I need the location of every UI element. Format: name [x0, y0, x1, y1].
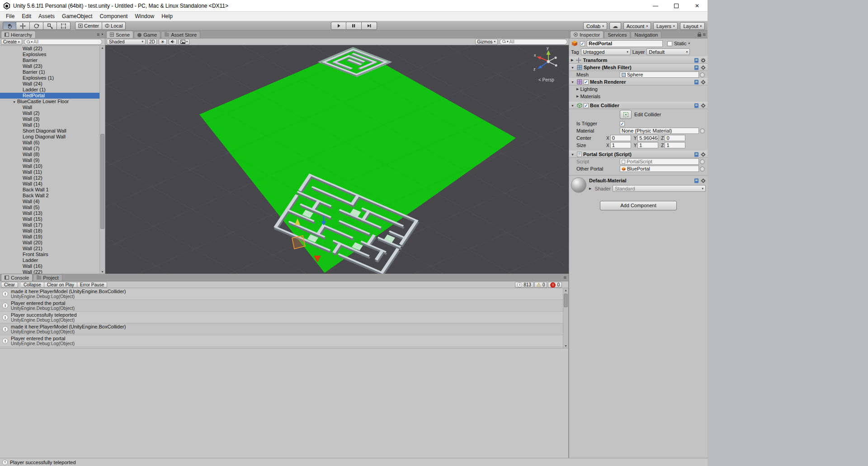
scroll-up-icon[interactable]: ▲	[564, 289, 567, 292]
physic-material-field[interactable]: None (Physic Material)	[620, 128, 699, 134]
hierarchy-item[interactable]: Back Wall 1	[0, 187, 105, 193]
log-entry[interactable]: !made it here:PlayerModel (UnityEngine.B…	[0, 323, 568, 335]
foldout-open-icon[interactable]: ▼	[13, 100, 16, 104]
shading-mode-dropdown[interactable]: Shaded▾	[107, 39, 146, 45]
hierarchy-item[interactable]: Wall	[0, 105, 105, 110]
error-count-badge[interactable]: !0	[548, 282, 562, 288]
menu-help[interactable]: Help	[158, 12, 176, 21]
help-doc-icon[interactable]	[694, 152, 699, 157]
lighting-toggle-button[interactable]: ☀	[159, 39, 167, 45]
scene-viewport[interactable]: y x z < Persp	[105, 45, 569, 274]
edit-collider-button[interactable]	[620, 110, 632, 119]
collapse-toggle[interactable]: Collapse	[21, 282, 44, 288]
chevron-down-icon[interactable]: ▾	[689, 42, 690, 45]
foldout-closed-icon[interactable]: ▶	[571, 58, 573, 62]
center-x-field[interactable]: 0	[610, 135, 631, 141]
hierarchy-item[interactable]: Wall (17)	[0, 222, 105, 228]
chevron-down-icon[interactable]: ▾	[101, 33, 103, 36]
hierarchy-item[interactable]: Wall (9)	[0, 157, 105, 163]
hierarchy-item[interactable]: Wall (21)	[0, 246, 105, 252]
lighting-foldout[interactable]: ▶Lighting	[569, 86, 708, 93]
audio-toggle-button[interactable]	[169, 39, 177, 45]
scrollbar-thumb[interactable]	[564, 294, 568, 307]
warning-count-badge[interactable]: ⚠0	[534, 282, 547, 288]
mesh-object-field[interactable]: Sphere	[620, 71, 699, 78]
selected-object-outline[interactable]	[292, 236, 305, 249]
hierarchy-item[interactable]: Short Diagonal Wall	[0, 128, 105, 134]
panel-menu-icon[interactable]: ≡	[564, 275, 566, 280]
hierarchy-item[interactable]: Wall (7)	[0, 146, 105, 152]
foldout-open-icon[interactable]: ▼	[571, 104, 574, 107]
hand-tool-button[interactable]	[3, 22, 16, 30]
layers-dropdown[interactable]: Layers▾	[653, 22, 678, 30]
help-doc-icon[interactable]	[694, 103, 699, 108]
object-picker-icon[interactable]	[700, 159, 705, 164]
play-button[interactable]	[331, 22, 346, 30]
foldout-open-icon[interactable]: ▼	[571, 153, 574, 156]
info-count-badge[interactable]: !813	[515, 282, 533, 288]
tab-hierarchy[interactable]: Hierarchy	[1, 31, 36, 38]
pivot-center-button[interactable]: Center	[75, 22, 102, 30]
hierarchy-item[interactable]: Barrier (1)	[0, 69, 105, 75]
hierarchy-item[interactable]: Wall (20)	[0, 240, 105, 246]
object-picker-icon[interactable]	[700, 72, 705, 77]
meshfilter-component-header[interactable]: ▼ Sphere (Mesh Filter)	[569, 64, 708, 71]
hierarchy-scrollbar[interactable]: ▲ ▼	[99, 46, 105, 274]
hierarchy-item[interactable]: Ladder (1)	[0, 87, 105, 93]
menu-window[interactable]: Window	[131, 12, 158, 21]
menu-edit[interactable]: Edit	[18, 12, 35, 21]
rect-tool-button[interactable]	[57, 22, 71, 30]
component-enabled-checkbox[interactable]: ✓	[584, 80, 589, 85]
hierarchy-item[interactable]: Wall (18)	[0, 228, 105, 234]
hierarchy-item[interactable]: Wall (3)	[0, 116, 105, 122]
maximize-button[interactable]	[666, 0, 687, 11]
pause-button[interactable]	[346, 22, 362, 30]
tab-inspector[interactable]: Inspector	[570, 31, 604, 38]
tab-console[interactable]: Console	[1, 274, 33, 281]
menu-file[interactable]: File	[2, 12, 18, 21]
layout-dropdown[interactable]: Layout▾	[680, 22, 705, 30]
object-name-field[interactable]: RedPortal	[587, 40, 663, 47]
status-bar[interactable]: ! Player successfully teleported	[0, 458, 708, 466]
scroll-up-icon[interactable]: ▲	[101, 46, 104, 49]
help-doc-icon[interactable]	[694, 58, 699, 63]
component-enabled-checkbox[interactable]: ✓	[584, 103, 589, 108]
hierarchy-item[interactable]: Ladder	[0, 257, 105, 263]
hierarchy-item[interactable]: Wall (19)	[0, 234, 105, 240]
help-doc-icon[interactable]	[694, 65, 699, 70]
center-y-field[interactable]: 5.960464e	[637, 135, 658, 141]
hierarchy-item[interactable]: Wall (6)	[0, 140, 105, 146]
hierarchy-item[interactable]: Barrier	[0, 57, 105, 63]
hierarchy-item[interactable]: Wall (12)	[0, 175, 105, 181]
gear-icon[interactable]	[701, 178, 706, 183]
size-z-field[interactable]: 1	[665, 142, 685, 148]
tab-project[interactable]: Project	[33, 274, 62, 281]
hierarchy-search-input[interactable]: ▾All	[24, 39, 102, 45]
hierarchy-item[interactable]: Wall (24)	[0, 81, 105, 87]
hierarchy-item[interactable]: Wall (8)	[0, 152, 105, 157]
hierarchy-item[interactable]: Wall (10)	[0, 163, 105, 169]
hierarchy-item[interactable]: Wall (4)	[0, 199, 105, 204]
scroll-down-icon[interactable]: ▼	[564, 344, 567, 347]
layer-dropdown[interactable]: Default▾	[646, 48, 690, 55]
object-picker-icon[interactable]	[700, 128, 705, 133]
foldout-open-icon[interactable]: ▼	[571, 66, 574, 69]
step-button[interactable]	[362, 22, 377, 30]
foldout-closed-icon[interactable]: ▶	[589, 187, 591, 190]
collab-dropdown[interactable]: Collab▾	[583, 22, 607, 30]
add-component-button[interactable]: Add Component	[600, 201, 677, 210]
tab-services[interactable]: Services	[604, 31, 630, 38]
scrollbar-thumb[interactable]	[100, 134, 104, 229]
script-object-field[interactable]: PortalScript	[620, 158, 699, 165]
space-local-button[interactable]: Local	[102, 22, 126, 30]
panel-menu-icon[interactable]: ≡	[97, 32, 99, 37]
clear-on-play-toggle[interactable]: Clear on Play	[44, 282, 77, 288]
hierarchy-item[interactable]: Wall (16)	[0, 263, 105, 269]
other-portal-object-field[interactable]: BluePortal	[620, 166, 699, 172]
gear-icon[interactable]	[701, 65, 706, 70]
log-entry[interactable]: !Player entered the portalUnityEngine.De…	[0, 335, 568, 347]
log-entry[interactable]: !Player entered the portalUnityEngine.De…	[0, 300, 568, 312]
log-entry[interactable]: !made it here:PlayerModel (UnityEngine.B…	[0, 288, 568, 300]
perspective-label[interactable]: < Persp	[538, 77, 554, 82]
active-checkbox[interactable]: ✓	[580, 41, 585, 46]
